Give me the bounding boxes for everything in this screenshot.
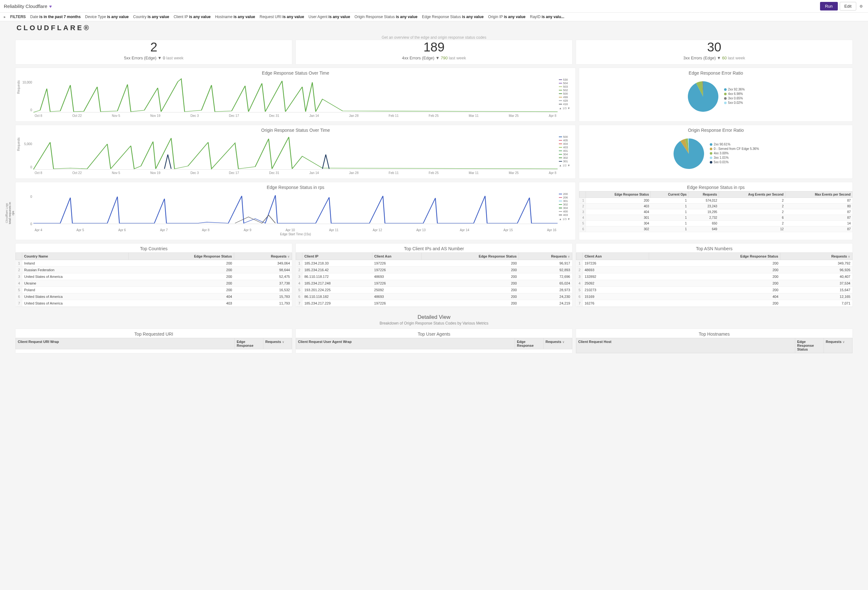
legend-item[interactable]: 400 <box>559 210 573 213</box>
column-header[interactable]: Requests ∨ <box>263 338 292 349</box>
table-row[interactable]: 1Ireland200349,064 <box>16 260 292 267</box>
pie-legend-item[interactable]: 3xx 1.01% <box>710 156 759 159</box>
filter-item[interactable]: Hostname is any value <box>215 15 255 19</box>
column-header[interactable]: Max Events per Second <box>785 191 852 198</box>
legend-item[interactable]: 499 <box>559 96 573 99</box>
legend-item[interactable]: 416 <box>559 103 573 106</box>
table-row[interactable]: 2Russian Federation20098,644 <box>16 267 292 274</box>
table-row[interactable]: 630216491287 <box>580 227 852 232</box>
table-row[interactable]: 12001574,012287 <box>580 198 852 203</box>
column-header[interactable]: Edge Response Status <box>795 338 824 353</box>
pie-legend-item[interactable]: 5xx 0.02% <box>724 101 745 104</box>
table-row[interactable]: 7162762007,071 <box>576 300 852 307</box>
legend-pager[interactable]: ▲ 1/3 ▼ <box>559 217 573 221</box>
column-header[interactable]: Client IP <box>303 253 372 260</box>
column-header[interactable]: Requests ∨ <box>234 253 292 260</box>
table-row[interactable]: 521027320015,647 <box>576 287 852 293</box>
table-row[interactable]: 313289220040,407 <box>576 274 852 280</box>
column-header[interactable]: Edge Response <box>515 338 543 349</box>
favorite-icon[interactable]: ♥ <box>49 4 52 9</box>
pie-legend-item[interactable]: 0 - Served from CF Edge 5.36% <box>710 147 759 150</box>
edge-rps-chart[interactable] <box>33 193 558 227</box>
table-row[interactable]: 3404119,295287 <box>580 209 852 215</box>
table-row[interactable]: 61516940412,165 <box>576 293 852 300</box>
pie-legend-item[interactable]: 2xx 92.36% <box>724 88 745 91</box>
column-header[interactable]: Requests ∨ <box>543 338 572 349</box>
table-row[interactable]: 1197226200349,792 <box>576 260 852 267</box>
filter-item[interactable]: Origin Response Status is any value <box>354 15 418 19</box>
legend-item[interactable]: 500 <box>559 92 573 95</box>
legend-item[interactable]: 206 <box>559 196 573 199</box>
filter-item[interactable]: RayID is any valu... <box>530 15 564 19</box>
legend-pager[interactable]: ▲ 1/2 ▼ <box>559 163 573 167</box>
legend-item[interactable]: 530 <box>559 78 573 81</box>
column-header[interactable]: Edge Response Status <box>649 253 780 260</box>
filter-item[interactable]: Date is in the past 7 months <box>30 15 81 19</box>
table-row[interactable]: 4Ukraine20037,738 <box>16 280 292 287</box>
table-row[interactable]: 7United States of America40311,793 <box>16 300 292 307</box>
edit-button[interactable]: Edit <box>840 2 856 10</box>
table-row[interactable]: 53041650214 <box>580 221 852 227</box>
table-row[interactable]: 7185.234.217.22919722620024,219 <box>296 300 572 307</box>
top-host-table[interactable]: Client Request HostEdge Response StatusR… <box>576 338 852 353</box>
legend-item[interactable]: 301 <box>559 199 573 203</box>
column-header[interactable]: Requests <box>688 191 719 198</box>
legend-item[interactable]: 405 <box>559 139 573 142</box>
pie-legend-item[interactable]: 5xx 0.01% <box>710 160 759 164</box>
filter-item[interactable]: Edge Response Status is any value <box>422 15 484 19</box>
column-header[interactable]: Client Asn <box>583 253 649 260</box>
run-button[interactable]: Run <box>820 2 838 10</box>
column-header[interactable]: Requests ∨ <box>824 338 852 353</box>
table-row[interactable]: 5Poland20016,532 <box>16 287 292 293</box>
edge-rps-table[interactable]: Edge Response StatusCurrent OpsRequestsA… <box>579 191 852 232</box>
top-uri-table[interactable]: Client Request URI WrapEdge ResponseRequ… <box>16 338 292 349</box>
legend-item[interactable]: 403 <box>559 146 573 149</box>
column-header[interactable]: Client Asn <box>372 253 422 260</box>
table-row[interactable]: 430112,732687 <box>580 215 852 221</box>
table-row[interactable]: 2185.234.216.4219722620092,893 <box>296 267 572 274</box>
filter-item[interactable]: Origin IP is any value <box>488 15 526 19</box>
filter-item[interactable]: Request URI is any value <box>260 15 304 19</box>
edge-time-chart[interactable] <box>33 78 558 113</box>
column-header[interactable]: Edge Response Status <box>586 191 651 198</box>
table-row[interactable]: 1185.234.218.3319722620096,917 <box>296 260 572 267</box>
legend-item[interactable]: 429 <box>559 99 573 102</box>
pie-legend-item[interactable]: 2xx 90.61% <box>710 143 759 146</box>
top-ua-table[interactable]: Client Request User Agent WrapEdge Respo… <box>296 338 572 349</box>
column-header[interactable]: Current Ops <box>651 191 688 198</box>
legend-pager[interactable]: ▲ 1/3 ▼ <box>559 106 573 110</box>
edge-error-ratio-pie[interactable] <box>687 81 719 112</box>
legend-item[interactable]: 302 <box>559 156 573 159</box>
table-row[interactable]: 42509220037,534 <box>576 280 852 287</box>
origin-time-chart[interactable] <box>33 135 558 170</box>
table-row[interactable]: 4185.234.217.24819722620065,024 <box>296 280 572 287</box>
legend-item[interactable]: 304 <box>559 206 573 210</box>
column-header[interactable]: Edge Response <box>235 338 263 349</box>
legend-item[interactable]: 403 <box>559 213 573 216</box>
column-header[interactable]: Client Request Host <box>576 338 795 353</box>
column-header[interactable]: Avg Events per Second <box>719 191 785 198</box>
column-header[interactable]: Requests ∨ <box>519 253 572 260</box>
top-asn-table[interactable]: Client AsnEdge Response StatusRequests ∨… <box>576 252 852 307</box>
top-countries-table[interactable]: Country NameEdge Response StatusRequests… <box>16 252 292 307</box>
table-row[interactable]: 2403123,243280 <box>580 203 852 209</box>
gear-icon[interactable]: ⚙ <box>858 3 864 10</box>
legend-item[interactable]: 500 <box>559 135 573 138</box>
table-row[interactable]: 686.110.118.1824869320024,230 <box>296 293 572 300</box>
legend-item[interactable]: 401 <box>559 149 573 152</box>
legend-item[interactable]: 304 <box>559 153 573 156</box>
filters-expand-icon[interactable]: ▸ <box>4 15 6 19</box>
pie-legend-item[interactable]: 4xx 6.98% <box>724 92 745 96</box>
table-row[interactable]: 6United States of America40415,783 <box>16 293 292 300</box>
column-header[interactable]: Country Name <box>22 253 129 260</box>
filter-item[interactable]: User Agent is any value <box>309 15 350 19</box>
filter-item[interactable]: Device Type is any value <box>85 15 129 19</box>
pie-legend-item[interactable]: 4xx 3.00% <box>710 152 759 155</box>
column-header[interactable]: Edge Response Status <box>422 253 519 260</box>
legend-item[interactable]: 504 <box>559 82 573 85</box>
legend-item[interactable]: 503 <box>559 85 573 88</box>
legend-item[interactable]: 302 <box>559 203 573 206</box>
column-header[interactable]: Edge Response Status <box>129 253 234 260</box>
column-header[interactable]: Client Request URI Wrap <box>16 338 235 349</box>
filter-item[interactable]: Country is any value <box>133 15 169 19</box>
